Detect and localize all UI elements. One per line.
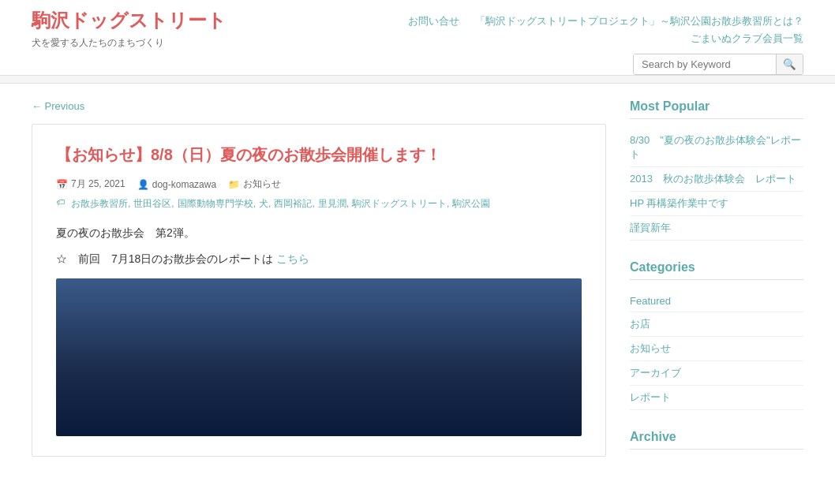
post-date: 📅 7月 25, 2021 [56, 177, 125, 191]
popular-link-1[interactable]: 8/30 "夏の夜のお散歩体験会"レポート [630, 134, 801, 160]
popular-link-4[interactable]: 謹賀新年 [630, 222, 671, 233]
post-title: 【お知らせ】8/8（日）夏の夜のお散歩会開催します！ [56, 144, 582, 166]
site-tagline: 犬を愛する人たちのまちづくり [32, 36, 227, 50]
sub-header-band [0, 76, 835, 84]
post-tags: 🏷 お散歩教習所, 世田谷区, 国際動物専門学校, 犬, 西岡裕記, 里見潤, … [56, 197, 582, 211]
category-link-report[interactable]: レポート [630, 391, 671, 403]
prev-link[interactable]: ← Previous [32, 100, 84, 112]
category-link-archive[interactable]: アーカイブ [630, 367, 681, 379]
list-item: アーカイブ [630, 361, 803, 386]
sidebar: Most Popular 8/30 "夏の夜のお散歩体験会"レポート 2013 … [630, 99, 803, 469]
popular-link-2[interactable]: 2013 秋のお散歩体験会 レポート [630, 173, 796, 185]
post-excerpt-link[interactable]: こちら [276, 252, 309, 265]
category-link-news[interactable]: お知らせ [630, 342, 671, 354]
tag-4: 犬, [259, 197, 271, 211]
post-excerpt-2: ☆ 前回 7月18日のお散歩会のレポートは こちら [56, 252, 582, 267]
list-item: お店 [630, 312, 803, 337]
post-card: 【お知らせ】8/8（日）夏の夜のお散歩会開催します！ 📅 7月 25, 2021… [32, 124, 606, 457]
category-link-shop[interactable]: お店 [630, 318, 650, 330]
header-navigation: お問い合せ 「駒沢ドッグストリートプロジェクト」～駒沢公園お散歩教習所とは？ ご… [408, 14, 803, 75]
nav-link-members[interactable]: ごまいぬクラブ会員一覧 [691, 32, 803, 46]
tag-2: 世田谷区, [133, 197, 174, 211]
search-input[interactable] [634, 54, 776, 74]
sidebar-popular-list: 8/30 "夏の夜のお散歩体験会"レポート 2013 秋のお散歩体験会 レポート… [630, 129, 803, 241]
site-title[interactable]: 駒沢ドッグストリート [32, 9, 227, 31]
post-category-text: お知らせ [243, 177, 281, 191]
post-author-text: dog-komazawa [152, 179, 216, 190]
list-item: レポート [630, 386, 803, 410]
list-item: HP 再構築作業中です [630, 192, 803, 216]
search-button[interactable]: 🔍 [776, 54, 803, 74]
nav-link-contact[interactable]: お問い合せ [408, 14, 459, 28]
nav-row-2: ごまいぬクラブ会員一覧 [691, 32, 803, 46]
site-branding: 駒沢ドッグストリート 犬を愛する人たちのまちづくり [32, 8, 227, 58]
sidebar-categories-heading: Categories [630, 260, 803, 280]
main-layout: ← Previous 【お知らせ】8/8（日）夏の夜のお散歩会開催します！ 📅 … [0, 84, 835, 485]
folder-icon: 📁 [228, 179, 240, 190]
post-excerpt-2-text: ☆ 前回 7月18日のお散歩会のレポートは [56, 252, 273, 265]
post-image [56, 278, 582, 436]
post-category: 📁 お知らせ [228, 177, 281, 191]
sidebar-popular-heading: Most Popular [630, 99, 803, 119]
tag-8: 駒沢公園 [452, 197, 490, 211]
tag-5: 西岡裕記, [274, 197, 314, 211]
post-date-text: 7月 25, 2021 [71, 177, 125, 191]
calendar-icon: 📅 [56, 179, 68, 190]
list-item: 2013 秋のお散歩体験会 レポート [630, 167, 803, 192]
nav-link-project[interactable]: 「駒沢ドッグストリートプロジェクト」～駒沢公園お散歩教習所とは？ [475, 14, 803, 28]
list-item: 謹賀新年 [630, 216, 803, 241]
sidebar-archive-heading: Archive [630, 430, 803, 450]
popular-link-3[interactable]: HP 再構築作業中です [630, 197, 728, 209]
sidebar-archive-section: Archive [630, 430, 803, 450]
list-item: Featured [630, 289, 803, 312]
list-item: 8/30 "夏の夜のお散歩体験会"レポート [630, 129, 803, 167]
sidebar-categories-section: Categories Featured お店 お知らせ アーカイブ レポート [630, 260, 803, 410]
site-header: 駒沢ドッグストリート 犬を愛する人たちのまちづくり お問い合せ 「駒沢ドッグスト… [0, 0, 835, 76]
search-bar: 🔍 [633, 54, 803, 75]
post-author: 👤 dog-komazawa [137, 179, 216, 190]
list-item: お知らせ [630, 337, 803, 361]
post-excerpt-1: 夏の夜のお散歩会 第2弾。 [56, 226, 582, 241]
post-meta: 📅 7月 25, 2021 👤 dog-komazawa 📁 お知らせ [56, 177, 582, 191]
nav-row-1: お問い合せ 「駒沢ドッグストリートプロジェクト」～駒沢公園お散歩教習所とは？ [408, 14, 803, 28]
sidebar-popular-section: Most Popular 8/30 "夏の夜のお散歩体験会"レポート 2013 … [630, 99, 803, 241]
author-icon: 👤 [137, 179, 149, 190]
tag-6: 里見潤, [318, 197, 349, 211]
content-area: ← Previous 【お知らせ】8/8（日）夏の夜のお散歩会開催します！ 📅 … [32, 99, 606, 469]
tag-3: 国際動物専門学校, [178, 197, 256, 211]
tag-1: お散歩教習所, [71, 197, 130, 211]
tag-7: 駒沢ドッグストリート, [352, 197, 449, 211]
category-link-featured[interactable]: Featured [630, 295, 671, 307]
tag-icon: 🏷 [56, 197, 65, 211]
sidebar-categories-list: Featured お店 お知らせ アーカイブ レポート [630, 289, 803, 410]
